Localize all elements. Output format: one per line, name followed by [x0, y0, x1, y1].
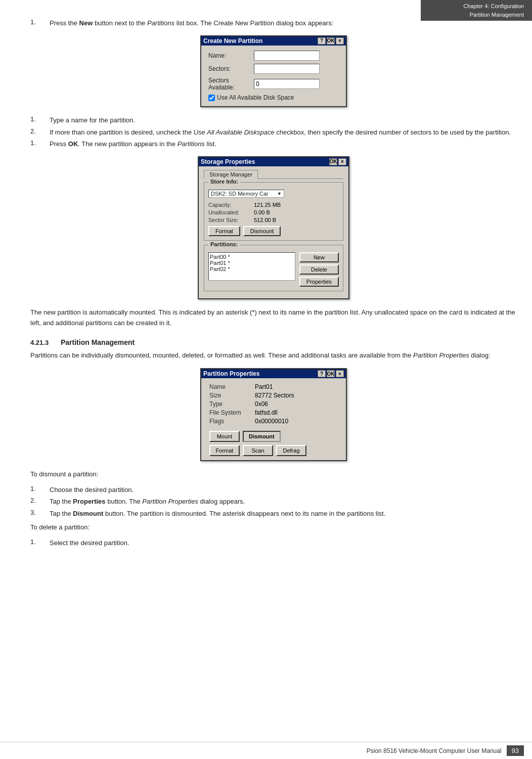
- titlebar-buttons: ? OK ×: [318, 37, 344, 44]
- chapter-line2: Partition Management: [429, 11, 524, 19]
- name-value: Part01: [255, 383, 326, 390]
- name-input[interactable]: [254, 51, 320, 61]
- flags-value: 0x00000010: [255, 418, 326, 425]
- list-item: 1. Press OK. The new partition appears i…: [30, 139, 517, 149]
- page-number: 93: [507, 745, 524, 756]
- partition-properties-italic: Partition Properties: [413, 351, 469, 359]
- format-button[interactable]: Format: [209, 445, 240, 456]
- step-num: 2.: [30, 127, 50, 138]
- para-partition-mgmt: Partitions can be individually dismounte…: [30, 350, 517, 361]
- ok-button[interactable]: OK: [329, 158, 337, 165]
- list-item: 1. Select the desired partition.: [30, 538, 517, 548]
- format-button[interactable]: Format: [208, 226, 240, 236]
- close-button[interactable]: ×: [336, 37, 344, 44]
- dialog-title: Storage Properties: [201, 158, 329, 165]
- step-text: Choose the desired partition.: [50, 485, 134, 495]
- section-number: 4.21.3: [30, 339, 61, 346]
- sectors-available-row: SectorsAvailable:: [208, 77, 339, 92]
- help-button[interactable]: ?: [318, 370, 326, 377]
- step-text: Press OK. The new partition appears in t…: [50, 139, 216, 149]
- storage-properties-dialog: Storage Properties OK × Storage Manager …: [198, 156, 349, 299]
- delete-button[interactable]: Delete: [299, 264, 339, 275]
- help-button[interactable]: ?: [318, 37, 326, 44]
- dialog-titlebar: Partition Properties ? OK ×: [201, 369, 346, 378]
- step-text: Type a name for the partition.: [50, 115, 135, 125]
- dialog-body: Name Part01 Size 82772 Sectors Type 0x06…: [201, 378, 346, 460]
- dialog-body: Storage Manager Store Info: DSK2: SD Mem…: [199, 166, 348, 298]
- dialog-titlebar: Create New Partition ? OK ×: [201, 36, 346, 46]
- partition-item[interactable]: Part00 *: [210, 254, 294, 260]
- mount-button[interactable]: Mount: [209, 431, 240, 442]
- defrag-button[interactable]: Defrag: [276, 445, 306, 456]
- sectors-label: Sectors:: [208, 65, 254, 72]
- section-title: Partition Management: [61, 338, 135, 346]
- capacity-row: Capacity: 121.25 MB: [208, 202, 339, 208]
- scan-button[interactable]: Scan: [243, 445, 273, 456]
- store-dropdown[interactable]: DSK2: SD Memory Car ▼: [208, 190, 284, 198]
- step-num: 1.: [30, 139, 50, 149]
- main-content: 1. Press the New button next to the Part…: [30, 18, 517, 583]
- capacity-value: 121.25 MB: [254, 202, 281, 208]
- partition-properties-wrapper: Partition Properties ? OK × Name Part01 …: [30, 368, 517, 461]
- format-scan-defrag-row: Format Scan Defrag: [209, 445, 338, 456]
- type-value: 0x06: [255, 400, 326, 408]
- step-text: If more than one partition is desired, u…: [50, 127, 511, 138]
- list-item: 1. Choose the desired partition.: [30, 485, 517, 495]
- step-text: Tap the Dismount button. The partition i…: [50, 509, 385, 519]
- storage-manager-tab[interactable]: Storage Manager: [204, 170, 258, 179]
- ok-button[interactable]: OK: [327, 370, 335, 377]
- partitions-buttons: New Delete Properties: [299, 252, 339, 287]
- para-after-storage: The new partition is automatically mount…: [30, 307, 517, 329]
- capacity-label: Capacity:: [208, 202, 254, 208]
- checkbox-label: Use All Available Disk Space: [217, 94, 294, 101]
- dialog-titlebar: Storage Properties OK ×: [199, 157, 348, 166]
- section-4213: 4.21.3 Partition Management: [30, 338, 517, 346]
- dismount-steps: 1. Choose the desired partition. 2. Tap …: [30, 485, 517, 519]
- list-item: 2. If more than one partition is desired…: [30, 127, 517, 138]
- list-item: 3. Tap the Dismount button. The partitio…: [30, 509, 517, 519]
- partitions-row-group: Part00 * Part01 * Part02 * New Delete Pr…: [208, 252, 339, 287]
- properties-button[interactable]: Properties: [299, 277, 339, 287]
- to-delete-intro: To delete a partition:: [30, 522, 517, 533]
- filesystem-label: File System: [209, 409, 255, 416]
- sectors-available-input[interactable]: [254, 79, 320, 89]
- sector-size-row: Sector Size: 512.00 B: [208, 217, 339, 223]
- store-info-title: Store Info:: [208, 178, 240, 185]
- step-num: 2.: [30, 497, 50, 507]
- unallocated-value: 0.00 B: [254, 209, 270, 215]
- store-info-group: Store Info: DSK2: SD Memory Car ▼ Capaci…: [204, 182, 343, 241]
- ok-button[interactable]: OK: [327, 37, 335, 44]
- partitions-title: Partitions:: [208, 241, 240, 247]
- use-all-space-checkbox[interactable]: [208, 95, 215, 101]
- create-new-partition-dialog: Create New Partition ? OK × Name: Sector…: [200, 35, 347, 108]
- checkbox-row: Use All Available Disk Space: [208, 94, 339, 101]
- dropdown-arrow-icon: ▼: [277, 191, 282, 196]
- chapter-line1: Chapter 4: Configuration: [429, 2, 524, 11]
- dismount-button[interactable]: Dismount: [243, 226, 281, 236]
- step-num: 1.: [30, 538, 50, 548]
- new-button[interactable]: New: [299, 252, 339, 262]
- partition-info-grid: Name Part01 Size 82772 Sectors Type 0x06…: [209, 383, 338, 425]
- partition-item[interactable]: Part02 *: [210, 266, 294, 272]
- close-button[interactable]: ×: [338, 158, 346, 165]
- name-field-row: Name:: [208, 51, 339, 61]
- sectors-field-row: Sectors:: [208, 64, 339, 74]
- list-item: 1. Type a name for the partition.: [30, 115, 517, 125]
- store-info-select-row: DSK2: SD Memory Car ▼: [208, 190, 339, 198]
- step-num: 3.: [30, 509, 50, 519]
- partition-item[interactable]: Part01 *: [210, 260, 294, 266]
- dialog-title: Create New Partition: [203, 37, 318, 44]
- name-label: Name: [209, 383, 255, 390]
- partitions-group: Partitions: Part00 * Part01 * Part02 * N…: [204, 245, 343, 291]
- titlebar-buttons: OK ×: [329, 158, 346, 165]
- close-button[interactable]: ×: [336, 370, 344, 377]
- sectors-available-label: SectorsAvailable:: [208, 77, 254, 92]
- dismount-button[interactable]: Dismount: [243, 431, 281, 442]
- titlebar-buttons: ? OK ×: [318, 370, 344, 377]
- step-text: Press the New button next to the Partiti…: [50, 18, 333, 28]
- section-header-row: 4.21.3 Partition Management: [30, 338, 517, 346]
- sectors-input[interactable]: [254, 64, 320, 74]
- delete-steps: 1. Select the desired partition.: [30, 538, 517, 548]
- partitions-list[interactable]: Part00 * Part01 * Part02 *: [208, 252, 295, 281]
- unallocated-row: Unallocated: 0.00 B: [208, 209, 339, 215]
